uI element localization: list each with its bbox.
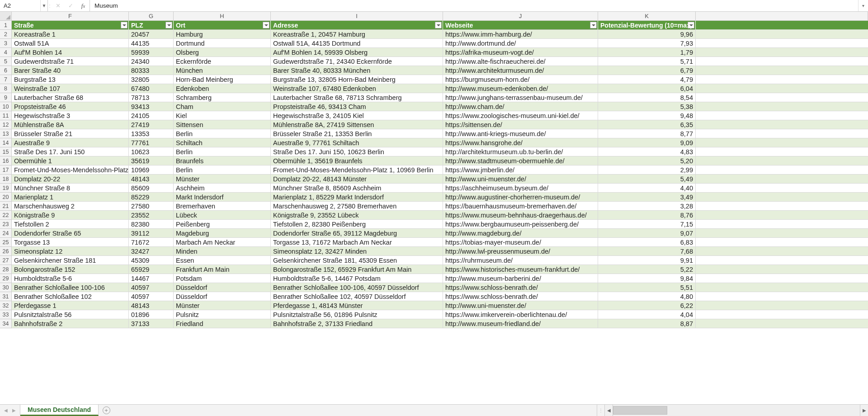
cell[interactable]: Dodendorfer Straße 65, 39112 Magdeburg bbox=[271, 229, 443, 238]
cell[interactable]: 80333 bbox=[129, 66, 174, 75]
row-header-26[interactable]: 26 bbox=[0, 247, 12, 256]
row-header-19[interactable]: 19 bbox=[0, 184, 12, 193]
row-header-15[interactable]: 15 bbox=[0, 147, 12, 156]
cell[interactable]: Magdeburg bbox=[174, 229, 271, 238]
filter-dropdown-icon[interactable] bbox=[590, 22, 597, 28]
row-header-16[interactable]: 16 bbox=[0, 156, 12, 165]
cell[interactable]: 9,96 bbox=[598, 30, 696, 39]
cell[interactable]: Edenkoben bbox=[174, 84, 271, 93]
cell[interactable]: Barer Straße 40, 80333 München bbox=[271, 66, 443, 75]
cell[interactable]: https://www.zoologisches-museum.uni-kiel… bbox=[443, 111, 598, 120]
cell[interactable]: Marienplatz 1 bbox=[12, 193, 129, 202]
row-header-4[interactable]: 4 bbox=[0, 48, 12, 57]
cell[interactable]: 01896 bbox=[129, 310, 174, 319]
cell[interactable]: 5,71 bbox=[598, 57, 696, 66]
table-header-cell[interactable]: Potenzial-Bewertung (10=max) bbox=[598, 21, 696, 30]
cell[interactable]: München bbox=[174, 66, 271, 75]
cell[interactable]: 82380 bbox=[129, 220, 174, 229]
row-header-24[interactable]: 24 bbox=[0, 229, 12, 238]
cell[interactable]: Hegewischstraße 3, 24105 Kiel bbox=[271, 111, 443, 120]
row-header-22[interactable]: 22 bbox=[0, 211, 12, 220]
cell[interactable]: Berlin bbox=[174, 129, 271, 138]
row-header-6[interactable]: 6 bbox=[0, 66, 12, 75]
cell[interactable]: Auestraße 9 bbox=[12, 138, 129, 147]
cell[interactable]: Propsteistraße 46, 93413 Cham bbox=[271, 102, 443, 111]
cell[interactable]: Auestraße 9, 77761 Schiltach bbox=[271, 138, 443, 147]
cell[interactable]: 5,51 bbox=[598, 283, 696, 292]
cell[interactable]: Marbach Am Neckar bbox=[174, 238, 271, 247]
cell[interactable]: 7,68 bbox=[598, 247, 696, 256]
cell[interactable]: Auf'M Bohlen 14 bbox=[12, 48, 129, 57]
cell[interactable]: Barer Straße 40 bbox=[12, 66, 129, 75]
cell[interactable]: Simeonsplatz 12, 32427 Minden bbox=[271, 247, 443, 256]
cell[interactable]: Fromet-Und-Moses-Mendelssohn-Platz 1 bbox=[12, 165, 129, 175]
name-box[interactable]: A2 bbox=[0, 0, 40, 11]
cell[interactable]: 48143 bbox=[129, 301, 174, 310]
nav-next-icon[interactable]: ▶ bbox=[11, 408, 17, 413]
cell[interactable]: https://aschheimuseum.byseum.de/ bbox=[443, 184, 598, 193]
cell[interactable]: 10969 bbox=[129, 165, 174, 175]
cell[interactable]: Brüsseler Straße 21, 13353 Berlin bbox=[271, 129, 443, 138]
cell[interactable]: http://www.dortmund.de/ bbox=[443, 39, 598, 48]
cell[interactable]: Lübeck bbox=[174, 211, 271, 220]
cell[interactable]: Straße Des 17. Juni 150 bbox=[12, 147, 129, 156]
cell[interactable]: 59939 bbox=[129, 48, 174, 57]
row-header-9[interactable]: 9 bbox=[0, 93, 12, 102]
row-header-13[interactable]: 13 bbox=[0, 129, 12, 138]
cell[interactable]: http://architekturmuseum.ub.tu-berlin.de… bbox=[443, 147, 598, 156]
cell[interactable]: Eckernförde bbox=[174, 57, 271, 66]
cell[interactable]: Ostwall 51A, 44135 Dortmund bbox=[271, 39, 443, 48]
cell[interactable]: http://www.lwl-preussenmuseum.de/ bbox=[443, 247, 598, 256]
cell[interactable]: http://www.augustiner-chorherren-museum.… bbox=[443, 193, 598, 202]
cell[interactable]: 4,04 bbox=[598, 310, 696, 319]
cell[interactable]: Kiel bbox=[174, 111, 271, 120]
cell[interactable]: https://www.historisches-museum-frankfur… bbox=[443, 265, 598, 274]
cell[interactable]: 24340 bbox=[129, 57, 174, 66]
cell[interactable]: 14467 bbox=[129, 274, 174, 283]
cell[interactable]: Pulsnitztalstraße 56 bbox=[12, 310, 129, 319]
cell[interactable]: Braunfels bbox=[174, 156, 271, 165]
cell[interactable]: http://www.alte-fischraeucherei.de/ bbox=[443, 57, 598, 66]
cell[interactable]: Benrather Schloßallee 102, 40597 Düsseld… bbox=[271, 292, 443, 301]
row-header-28[interactable]: 28 bbox=[0, 265, 12, 274]
cell[interactable]: Tiefstollen 2, 82380 Peißenberg bbox=[271, 220, 443, 229]
cell[interactable]: Straße Des 17. Juni 150, 10623 Berlin bbox=[271, 147, 443, 156]
cell[interactable]: 78713 bbox=[129, 93, 174, 102]
split-handle[interactable]: ⋮ bbox=[597, 408, 604, 413]
accept-icon[interactable]: ✓ bbox=[64, 0, 77, 11]
cell[interactable]: 4,40 bbox=[598, 184, 696, 193]
cell[interactable]: Bahnhofstraße 2 bbox=[12, 319, 129, 328]
cell[interactable]: 6,83 bbox=[598, 238, 696, 247]
row-header-29[interactable]: 29 bbox=[0, 274, 12, 283]
cell[interactable]: 8,77 bbox=[598, 129, 696, 138]
row-header-1[interactable]: 1 bbox=[0, 21, 12, 30]
filter-dropdown-icon[interactable] bbox=[263, 22, 269, 28]
cell[interactable]: 20457 bbox=[129, 30, 174, 39]
cell[interactable]: 27580 bbox=[129, 202, 174, 211]
row-header-34[interactable]: 34 bbox=[0, 319, 12, 328]
cell[interactable]: 32427 bbox=[129, 247, 174, 256]
cell[interactable]: 65929 bbox=[129, 265, 174, 274]
cell[interactable]: Essen bbox=[174, 256, 271, 265]
cell[interactable]: 7,93 bbox=[598, 39, 696, 48]
cell[interactable]: 40597 bbox=[129, 292, 174, 301]
cell[interactable]: 8,76 bbox=[598, 211, 696, 220]
cell[interactable]: Koreastraße 1 bbox=[12, 30, 129, 39]
cell[interactable]: Bremerhaven bbox=[174, 202, 271, 211]
row-header-33[interactable]: 33 bbox=[0, 310, 12, 319]
row-header-7[interactable]: 7 bbox=[0, 75, 12, 84]
cell[interactable]: Humboldtstraße 5-6, 14467 Potsdam bbox=[271, 274, 443, 283]
cell[interactable]: 6,35 bbox=[598, 120, 696, 129]
filter-dropdown-icon[interactable] bbox=[165, 22, 172, 28]
cell[interactable]: 8,54 bbox=[598, 93, 696, 102]
cell[interactable]: 6,79 bbox=[598, 66, 696, 75]
row-header-30[interactable]: 30 bbox=[0, 283, 12, 292]
cell[interactable]: Marschenhausweg 2, 27580 Bremerhaven bbox=[271, 202, 443, 211]
cell[interactable]: Horn-Bad Meinberg bbox=[174, 75, 271, 84]
row-header-12[interactable]: 12 bbox=[0, 120, 12, 129]
cell[interactable]: 4,83 bbox=[598, 147, 696, 156]
cell[interactable]: 9,09 bbox=[598, 138, 696, 147]
cell[interactable]: https://www.schloss-benrath.de/ bbox=[443, 292, 598, 301]
cell[interactable]: Düsseldorf bbox=[174, 292, 271, 301]
cell[interactable]: Pulsnitz bbox=[174, 310, 271, 319]
